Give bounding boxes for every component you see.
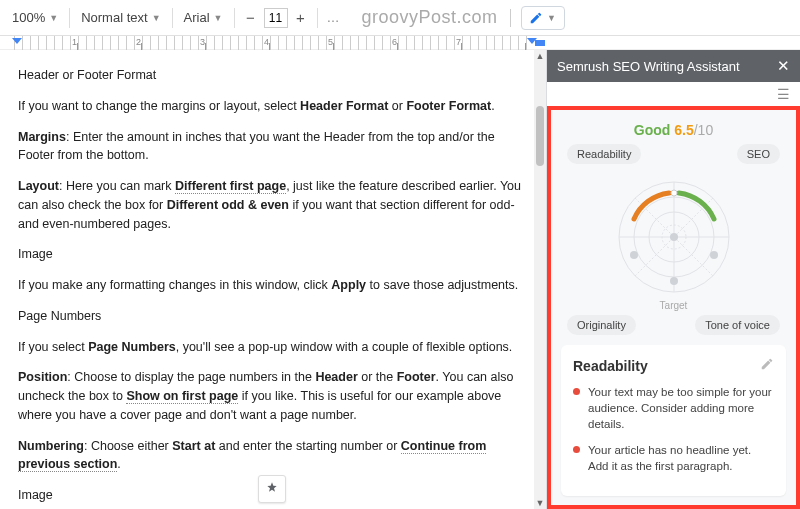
- heading-text: Page Numbers: [18, 307, 528, 326]
- score-max: /10: [694, 122, 713, 138]
- score-value: 6.5: [674, 122, 693, 138]
- sidepanel-body: Good 6.5/10 Readability SEO: [547, 106, 800, 509]
- decrease-font-size-button[interactable]: −: [240, 7, 262, 29]
- paragraph: Layout: Here you can mark Different firs…: [18, 177, 528, 233]
- svg-point-10: [710, 251, 718, 259]
- chevron-down-icon: ▼: [214, 13, 223, 23]
- toolbar-divider: [172, 8, 173, 28]
- document-content[interactable]: Header or Footer Format If you want to c…: [0, 50, 546, 509]
- paragraph: Image: [18, 245, 528, 264]
- pencil-icon[interactable]: [760, 357, 774, 374]
- ruler-number: 2: [136, 37, 141, 47]
- chip-seo[interactable]: SEO: [737, 144, 780, 164]
- readability-card: Readability Your text may be too simple …: [561, 345, 786, 496]
- left-indent-marker[interactable]: [12, 38, 22, 44]
- font-size-input[interactable]: 11: [264, 8, 288, 28]
- more-toolbar-button[interactable]: …: [327, 10, 340, 25]
- chip-readability[interactable]: Readability: [567, 144, 641, 164]
- issue-text: Your text may be too simple for your aud…: [588, 384, 774, 432]
- svg-point-11: [630, 251, 638, 259]
- bullet-dot-icon: [573, 446, 580, 453]
- metric-chips-top: Readability SEO: [561, 144, 786, 164]
- paragraph: Margins: Enter the amount in inches that…: [18, 128, 528, 166]
- watermark-text: groovyPost.com: [362, 7, 498, 28]
- readability-issue: Your text may be too simple for your aud…: [573, 384, 774, 432]
- font-family-select[interactable]: Arial▼: [178, 8, 229, 27]
- explore-button[interactable]: [258, 475, 286, 503]
- close-icon[interactable]: ✕: [777, 57, 790, 75]
- paragraph: If you select Page Numbers, you'll see a…: [18, 338, 528, 357]
- chevron-down-icon: ▼: [49, 13, 58, 23]
- sidepanel-menu-button[interactable]: ☰: [547, 82, 800, 106]
- heading-text: Header or Footer Format: [18, 66, 528, 85]
- zoom-select[interactable]: 100%▼: [6, 8, 64, 27]
- sidepanel-header: Semrush SEO Writing Assistant ✕: [547, 50, 800, 82]
- document-canvas[interactable]: Header or Footer Format If you want to c…: [0, 50, 546, 509]
- pen-icon: [529, 11, 543, 25]
- chip-tone[interactable]: Tone of voice: [695, 315, 780, 335]
- paragraph: If you want to change the margins or lay…: [18, 97, 528, 116]
- chevron-down-icon: ▼: [547, 13, 556, 23]
- bullet-dot-icon: [573, 388, 580, 395]
- ruler-number: 3: [200, 37, 205, 47]
- docs-toolbar: 100%▼ Normal text▼ Arial▼ − 11 + … groov…: [0, 0, 800, 36]
- ruler-number: 5: [328, 37, 333, 47]
- toolbar-divider: [69, 8, 70, 28]
- font-size-value: 11: [269, 11, 282, 25]
- paragraph: Position: Choose to display the page num…: [18, 368, 528, 424]
- svg-point-9: [671, 190, 677, 196]
- horizontal-ruler[interactable]: 1 2 3 4 5 6 7: [0, 36, 800, 50]
- svg-point-12: [670, 277, 678, 285]
- overall-score: Good 6.5/10: [561, 122, 786, 138]
- scroll-down-arrow-icon[interactable]: ▼: [534, 497, 546, 509]
- chevron-down-icon: ▼: [152, 13, 161, 23]
- svg-point-8: [670, 233, 678, 241]
- ruler-number: 1: [72, 37, 77, 47]
- metric-chips-bottom: Originality Tone of voice: [561, 315, 786, 335]
- scroll-thumb[interactable]: [536, 106, 544, 166]
- chip-originality[interactable]: Originality: [567, 315, 636, 335]
- toolbar-divider: [510, 9, 511, 27]
- toolbar-divider: [234, 8, 235, 28]
- paragraph: If you make any formatting changes in th…: [18, 276, 528, 295]
- explore-icon: [264, 481, 280, 497]
- radar-svg: [599, 172, 749, 302]
- editing-mode-button[interactable]: ▼: [521, 6, 565, 30]
- zoom-value: 100%: [12, 10, 45, 25]
- toolbar-divider: [317, 8, 318, 28]
- card-title: Readability: [573, 358, 648, 374]
- ruler-number: 6: [392, 37, 397, 47]
- score-word: Good: [634, 122, 671, 138]
- target-label: Target: [561, 300, 786, 311]
- increase-font-size-button[interactable]: +: [290, 7, 312, 29]
- addon-sidepanel: Semrush SEO Writing Assistant ✕ ☰ Good 6…: [546, 50, 800, 509]
- right-margin-marker[interactable]: [535, 40, 545, 46]
- font-value: Arial: [184, 10, 210, 25]
- vertical-scrollbar[interactable]: ▲ ▼: [534, 50, 546, 509]
- style-value: Normal text: [81, 10, 147, 25]
- paragraph: Numbering: Choose either Start at and en…: [18, 437, 528, 475]
- readability-issue: Your article has no headline yet. Add it…: [573, 442, 774, 474]
- issue-text: Your article has no headline yet. Add it…: [588, 442, 774, 474]
- ruler-number: 4: [264, 37, 269, 47]
- sidepanel-title: Semrush SEO Writing Assistant: [557, 59, 740, 74]
- main-area: Header or Footer Format If you want to c…: [0, 50, 800, 509]
- ruler-number: 7: [456, 37, 461, 47]
- paragraph-style-select[interactable]: Normal text▼: [75, 8, 166, 27]
- scroll-up-arrow-icon[interactable]: ▲: [534, 50, 546, 62]
- radar-chart: [561, 172, 786, 302]
